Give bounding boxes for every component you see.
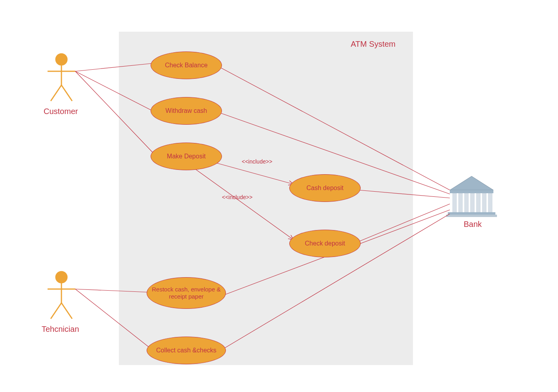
system-title: ATM System xyxy=(351,40,396,49)
usecase-label: Collect cash &checks xyxy=(156,346,216,354)
svg-rect-11 xyxy=(450,190,493,193)
usecase-label: Withdraw cash xyxy=(166,107,207,114)
svg-marker-10 xyxy=(450,176,493,190)
actor-bank-label: Bank xyxy=(464,220,482,229)
usecase-check-deposit: Check deposit xyxy=(289,230,361,257)
usecase-restock: Restock cash, envelope & receipt paper xyxy=(147,277,226,309)
actor-bank-icon xyxy=(446,176,497,217)
usecase-label: Cash deposit xyxy=(306,184,343,192)
usecase-label: Check deposit xyxy=(305,240,345,247)
usecase-check-balance: Check Balance xyxy=(151,51,222,79)
usecase-label: Make Deposit xyxy=(167,152,206,160)
svg-rect-14 xyxy=(464,193,468,212)
actor-technician-label: Tehcnician xyxy=(42,325,79,334)
usecase-collect: Collect cash &checks xyxy=(147,337,226,364)
usecase-cash-deposit: Cash deposit xyxy=(289,174,361,202)
svg-rect-19 xyxy=(448,212,495,215)
actor-customer-label: Customer xyxy=(44,107,78,116)
actor-technician-icon xyxy=(48,272,75,319)
usecase-label: Check Balance xyxy=(165,61,208,69)
svg-point-0 xyxy=(56,54,67,65)
svg-rect-13 xyxy=(459,193,462,212)
svg-line-8 xyxy=(51,303,61,319)
svg-line-9 xyxy=(61,303,72,319)
system-boundary xyxy=(119,32,413,365)
svg-rect-15 xyxy=(470,193,474,212)
usecase-label: Restock cash, envelope & receipt paper xyxy=(151,286,222,300)
include-label: <<include>> xyxy=(242,158,272,165)
svg-rect-20 xyxy=(446,215,497,217)
diagram-canvas: ATM System xyxy=(0,0,558,392)
usecase-make-deposit: Make Deposit xyxy=(151,143,222,170)
svg-rect-18 xyxy=(488,193,492,212)
svg-line-4 xyxy=(61,85,72,101)
svg-rect-12 xyxy=(453,193,457,212)
usecase-withdraw-cash: Withdraw cash xyxy=(151,97,222,125)
svg-point-5 xyxy=(56,272,67,283)
svg-line-3 xyxy=(51,85,61,101)
actor-customer-icon xyxy=(48,54,75,101)
include-label: <<include>> xyxy=(222,194,252,200)
svg-rect-17 xyxy=(482,193,486,212)
svg-rect-16 xyxy=(476,193,480,212)
